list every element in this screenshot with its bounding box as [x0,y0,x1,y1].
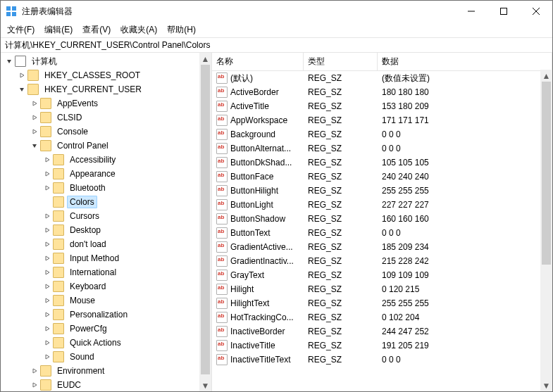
value-row[interactable]: (默认)REG_SZ(数值未设置) [212,71,552,85]
menu-view[interactable]: 查看(V) [77,23,116,37]
address-bar[interactable]: 计算机\HKEY_CURRENT_USER\Control Panel\Colo… [1,37,552,53]
chevron-right-icon[interactable] [42,253,53,264]
string-value-icon [216,143,228,154]
tree-hkcu-child[interactable]: AppEvents [4,96,211,110]
value-row[interactable]: AppWorkspaceREG_SZ171 171 171 [212,113,552,127]
chevron-right-icon[interactable] [42,225,53,236]
value-data: 185 209 234 [378,242,552,252]
menu-file[interactable]: 文件(F) [2,23,39,37]
chevron-right-icon[interactable] [29,365,40,377]
tree-cp-child[interactable]: Quick Actions [4,336,211,350]
tree-root-computer[interactable]: 计算机 [4,54,211,68]
tree-cp-child[interactable]: Bluetooth [4,181,211,195]
tree-cp-child[interactable]: Colors [4,195,211,209]
value-row[interactable]: GradientInactiv...REG_SZ215 228 242 [212,254,552,268]
tree-label: AppEvents [54,97,101,110]
value-row[interactable]: InactiveBorderREG_SZ244 247 252 [212,324,552,339]
value-data: 227 227 227 [378,200,552,210]
tree-cp-child[interactable]: PowerCfg [4,322,211,336]
value-row[interactable]: InactiveTitleREG_SZ191 205 219 [212,339,552,353]
chevron-down-icon[interactable] [16,84,27,95]
value-row[interactable]: ButtonLightREG_SZ227 227 227 [212,198,552,212]
value-row[interactable]: GrayTextREG_SZ109 109 109 [212,268,552,282]
tree-hkcu-child[interactable]: Console [4,125,211,139]
menu-edit[interactable]: 编辑(E) [39,23,77,37]
value-row[interactable]: ActiveBorderREG_SZ180 180 180 [212,85,552,99]
scroll-up-button[interactable]: ▲ [199,53,211,65]
column-data[interactable]: 数据 [378,53,552,70]
value-row[interactable]: ActiveTitleREG_SZ153 180 209 [212,99,552,113]
tree-cp-child[interactable]: don't load [4,237,211,251]
tree-scrollbar[interactable]: ▲ ▼ [199,53,211,391]
column-type[interactable]: 类型 [304,53,378,70]
tree-cp-child[interactable]: International [4,265,211,279]
value-row[interactable]: ButtonDkShad...REG_SZ105 105 105 [212,156,552,170]
list-pane[interactable]: 名称 类型 数据 (默认)REG_SZ(数值未设置)ActiveBorderRE… [212,53,552,391]
tree-hkcu[interactable]: HKEY_CURRENT_USER [4,82,211,96]
tree-cp-child[interactable]: Cursors [4,209,211,223]
value-row[interactable]: HilightREG_SZ0 120 215 [212,282,552,296]
tree-pane[interactable]: 计算机HKEY_CLASSES_ROOTHKEY_CURRENT_USERApp… [1,53,212,391]
chevron-right-icon[interactable] [29,112,40,123]
tree-cp-child[interactable]: Keyboard [4,279,211,293]
chevron-right-icon[interactable] [42,323,53,334]
scroll-thumb[interactable] [201,65,210,374]
chevron-right-icon[interactable] [42,309,53,320]
tree-hkcr[interactable]: HKEY_CLASSES_ROOT [4,68,211,82]
value-row[interactable]: BackgroundREG_SZ0 0 0 [212,127,552,141]
chevron-right-icon[interactable] [42,210,53,222]
tree-cp-child[interactable]: Appearance [4,167,211,181]
value-row[interactable]: InactiveTitleTextREG_SZ0 0 0 [212,353,552,367]
value-row[interactable]: ButtonFaceREG_SZ240 240 240 [212,170,552,184]
chevron-right-icon[interactable] [42,168,53,179]
value-row[interactable]: ButtonShadowREG_SZ160 160 160 [212,212,552,226]
list-scrollbar[interactable]: ▲ ▼ [540,70,552,391]
maximize-button[interactable] [487,1,520,22]
tree-label: Mouse [67,294,98,307]
chevron-right-icon[interactable] [42,337,53,348]
column-name[interactable]: 名称 [212,53,304,70]
tree-cp-child[interactable]: Mouse [4,293,211,308]
scroll-down-button[interactable]: ▼ [540,379,552,391]
tree-cp-child[interactable]: Sound [4,350,211,364]
tree-hkcu-child[interactable]: Environment [4,364,211,378]
chevron-right-icon[interactable] [29,379,40,391]
chevron-down-icon[interactable] [29,140,40,151]
tree-label: HKEY_CLASSES_ROOT [42,69,143,82]
chevron-right-icon[interactable] [42,239,53,250]
value-row[interactable]: GradientActive...REG_SZ185 209 234 [212,240,552,254]
close-button[interactable] [520,1,552,22]
value-type: REG_SZ [304,355,378,365]
value-row[interactable]: ButtonTextREG_SZ0 0 0 [212,226,552,240]
folder-icon [53,323,64,334]
chevron-right-icon[interactable] [29,126,40,137]
chevron-right-icon[interactable] [42,267,53,278]
tree-cp-child[interactable]: Input Method [4,251,211,265]
tree-cp-child[interactable]: Desktop [4,223,211,237]
tree-cp-child[interactable]: Personalization [4,308,211,322]
value-row[interactable]: HilightTextREG_SZ255 255 255 [212,296,552,310]
menu-help[interactable]: 帮助(H) [162,23,201,37]
chevron-right-icon[interactable] [42,182,53,194]
tree-hkcu-child[interactable]: CLSID [4,110,211,125]
value-row[interactable]: HotTrackingCo...REG_SZ0 102 204 [212,310,552,324]
scroll-up-button[interactable]: ▲ [540,70,552,82]
tree-cp-child[interactable]: Accessibility [4,153,211,167]
value-row[interactable]: ButtonAlternat...REG_SZ0 0 0 [212,141,552,156]
titlebar[interactable]: 注册表编辑器 [1,1,552,22]
chevron-right-icon[interactable] [42,351,53,362]
tree-hkcu-child[interactable]: EUDC [4,378,211,391]
chevron-right-icon[interactable] [42,281,53,292]
menu-favorites[interactable]: 收藏夹(A) [116,23,162,37]
scroll-down-button[interactable]: ▼ [199,379,211,391]
scroll-thumb[interactable] [542,82,551,265]
chevron-right-icon[interactable] [29,98,40,109]
minimize-button[interactable] [455,1,487,22]
value-type: REG_SZ [304,228,378,238]
chevron-down-icon[interactable] [4,56,15,67]
tree-hkcu-child[interactable]: Control Panel [4,139,211,153]
chevron-right-icon[interactable] [16,70,27,81]
chevron-right-icon[interactable] [42,295,53,306]
value-row[interactable]: ButtonHilightREG_SZ255 255 255 [212,184,552,198]
chevron-right-icon[interactable] [42,154,53,165]
